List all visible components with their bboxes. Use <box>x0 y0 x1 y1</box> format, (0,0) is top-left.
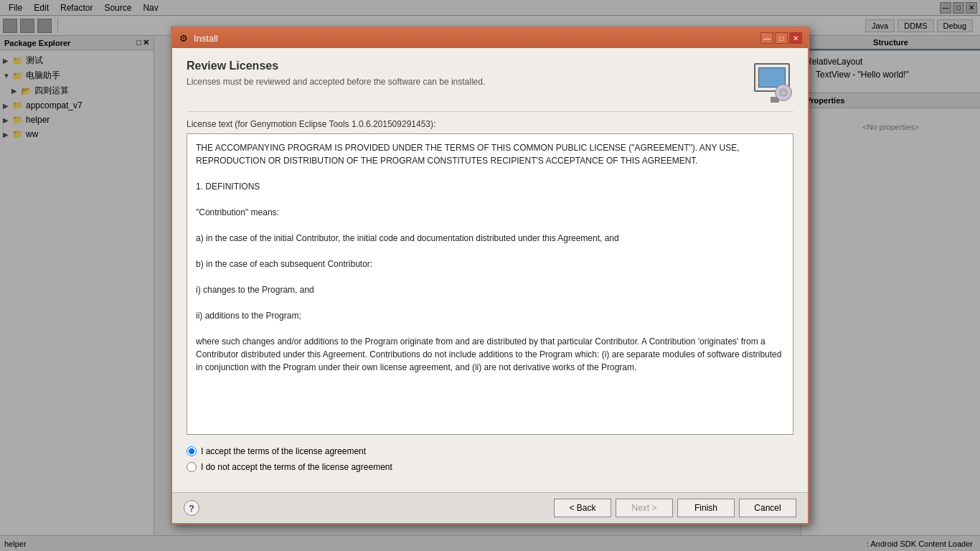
dialog-subtitle: Licenses must be reviewed and accepted b… <box>187 77 485 87</box>
finish-button[interactable]: Finish <box>677 499 735 517</box>
dialog-header-icon <box>750 60 793 103</box>
radio-decline-input[interactable] <box>187 462 197 472</box>
dialog-header-area: Review Licenses Licenses must be reviewe… <box>187 60 793 103</box>
radio-accept-label: I accept the terms of the license agreem… <box>201 446 366 456</box>
radio-accept-input[interactable] <box>187 446 197 456</box>
dialog-close-btn[interactable]: ✕ <box>789 32 802 44</box>
back-button[interactable]: < Back <box>554 499 611 517</box>
dialog-titlebar: ⚙ Install — □ ✕ <box>172 28 808 48</box>
license-paragraph-2: 1. DEFINITIONS <box>196 180 784 193</box>
footer-right: < Back Next > Finish Cancel <box>554 499 796 517</box>
cd-icon <box>775 84 792 101</box>
radio-decline-option[interactable]: I do not accept the terms of the license… <box>187 462 793 472</box>
license-paragraph-3: "Contribution" means: <box>196 206 784 219</box>
dialog-footer: ? < Back Next > Finish Cancel <box>172 492 808 523</box>
dialog-header-text: Review Licenses Licenses must be reviewe… <box>187 60 485 87</box>
cancel-button[interactable]: Cancel <box>739 499 796 517</box>
license-radios: I accept the terms of the license agreem… <box>187 443 793 481</box>
dialog-title-controls: — □ ✕ <box>760 32 802 44</box>
license-paragraph-7: ii) additions to the Program; <box>196 309 784 322</box>
license-paragraph-5: b) in the case of each subsequent Contri… <box>196 258 784 270</box>
license-paragraph-4: a) in the case of the initial Contributo… <box>196 232 784 245</box>
next-button[interactable]: Next > <box>616 499 673 517</box>
help-button[interactable]: ? <box>184 500 199 516</box>
dialog-minimize-btn[interactable]: — <box>760 32 773 44</box>
dialog-title-text: Install <box>194 33 218 44</box>
radio-decline-label: I do not accept the terms of the license… <box>201 462 392 472</box>
footer-left: ? <box>184 500 199 516</box>
dialog-title-icon: ⚙ <box>178 32 189 44</box>
install-dialog: ⚙ Install — □ ✕ Review Licenses Licenses… <box>171 27 809 524</box>
modal-overlay: ⚙ Install — □ ✕ Review Licenses Licenses… <box>0 0 980 551</box>
license-text-area[interactable]: THE ACCOMPANYING PROGRAM IS PROVIDED UND… <box>187 133 793 435</box>
dialog-main-title: Review Licenses <box>187 60 485 72</box>
dialog-body: Review Licenses Licenses must be reviewe… <box>172 48 808 492</box>
license-label: License text (for Genymotion Eclipse Too… <box>187 111 793 129</box>
license-paragraph-6: i) changes to the Program, and <box>196 283 784 296</box>
radio-accept-option[interactable]: I accept the terms of the license agreem… <box>187 446 793 456</box>
dialog-maximize-btn[interactable]: □ <box>775 32 788 44</box>
license-paragraph-8: where such changes and/or additions to t… <box>196 335 784 374</box>
dialog-title-left: ⚙ Install <box>178 32 218 44</box>
license-paragraph-1: THE ACCOMPANYING PROGRAM IS PROVIDED UND… <box>196 141 784 167</box>
